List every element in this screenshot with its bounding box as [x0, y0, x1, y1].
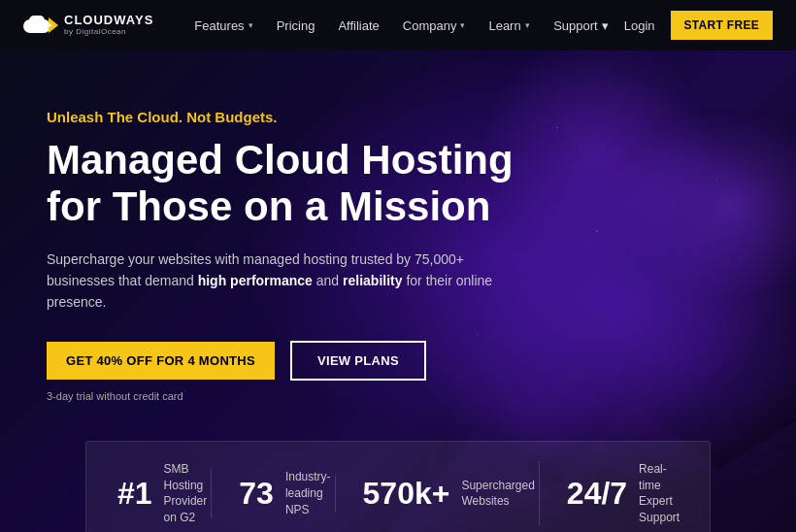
- nav-company[interactable]: Company ▾: [393, 13, 476, 39]
- nav-learn[interactable]: Learn ▾: [479, 13, 539, 39]
- logo[interactable]: CLOUDWAYS by DigitalOcean: [23, 12, 153, 39]
- hero-desc-bold1: high performance: [198, 273, 313, 288]
- nav-links: Features ▾ Pricing Affiliate Company ▾ L…: [184, 13, 553, 39]
- stat-nps: 73 Industry-leading NPS: [211, 469, 330, 517]
- navigation: CLOUDWAYS by DigitalOcean Features ▾ Pri…: [0, 0, 796, 50]
- chevron-down-icon-4: ▾: [602, 18, 609, 33]
- nav-affiliate-label: Affiliate: [338, 18, 379, 33]
- hero-desc-mid: and: [313, 273, 343, 288]
- hero-title: Managed Cloud Hosting for Those on a Mis…: [47, 137, 551, 231]
- svg-rect-1: [29, 16, 45, 25]
- hero-desc-bold2: reliability: [343, 273, 402, 288]
- logo-brand-name: CLOUDWAYS: [64, 14, 153, 27]
- stat-websites-desc: Supercharged Websites: [461, 478, 534, 511]
- chevron-down-icon: ▾: [249, 20, 253, 30]
- stat-support-desc: Real-time Expert Support: [639, 461, 680, 526]
- stat-nps-desc: Industry-leading NPS: [285, 469, 331, 517]
- nav-features[interactable]: Features ▾: [184, 13, 262, 39]
- hero-cta-secondary[interactable]: VIEW PLANS: [290, 341, 426, 381]
- logo-icon: [23, 12, 58, 39]
- hero-section: Unleash The Cloud. Not Budgets. Managed …: [0, 50, 796, 532]
- nav-start-free-button[interactable]: START FREE: [671, 11, 773, 40]
- stat-g2-desc: SMB Hosting Provider on G2: [164, 461, 208, 526]
- nav-login[interactable]: Login: [616, 18, 663, 33]
- nav-support-label: Support: [553, 18, 598, 33]
- nav-company-label: Company: [403, 18, 457, 33]
- hero-trial-note: 3-day trial without credit card: [47, 390, 551, 402]
- stat-g2-number: #1: [117, 476, 152, 512]
- nav-learn-label: Learn: [488, 18, 520, 33]
- logo-text: CLOUDWAYS by DigitalOcean: [64, 14, 153, 36]
- nav-right: Support ▾ Login START FREE: [553, 11, 773, 40]
- hero-description: Supercharge your websites with managed h…: [47, 249, 493, 314]
- chevron-down-icon-2: ▾: [460, 20, 465, 30]
- logo-sub-text: by DigitalOcean: [64, 28, 153, 37]
- hero-buttons: GET 40% OFF FOR 4 MONTHS VIEW PLANS: [47, 341, 551, 381]
- stat-g2: #1 SMB Hosting Provider on G2: [117, 461, 207, 526]
- chevron-down-icon-3: ▾: [525, 20, 530, 30]
- stat-nps-number: 73: [239, 476, 274, 512]
- stats-bar: #1 SMB Hosting Provider on G2 73 Industr…: [85, 441, 711, 532]
- nav-affiliate[interactable]: Affiliate: [328, 13, 388, 39]
- hero-tagline: Unleash The Cloud. Not Budgets.: [47, 109, 551, 125]
- nav-features-label: Features: [194, 18, 244, 33]
- nav-support[interactable]: Support ▾: [553, 18, 609, 33]
- stat-support: 24/7 Real-time Expert Support: [539, 461, 680, 526]
- stat-support-number: 24/7: [567, 476, 627, 512]
- nav-pricing[interactable]: Pricing: [267, 13, 325, 39]
- nav-pricing-label: Pricing: [277, 18, 315, 33]
- stat-websites-number: 570k+: [363, 476, 450, 512]
- stat-websites: 570k+ Supercharged Websites: [335, 476, 535, 512]
- hero-cta-primary[interactable]: GET 40% OFF FOR 4 MONTHS: [47, 342, 275, 380]
- hero-content: Unleash The Cloud. Not Budgets. Managed …: [47, 109, 551, 402]
